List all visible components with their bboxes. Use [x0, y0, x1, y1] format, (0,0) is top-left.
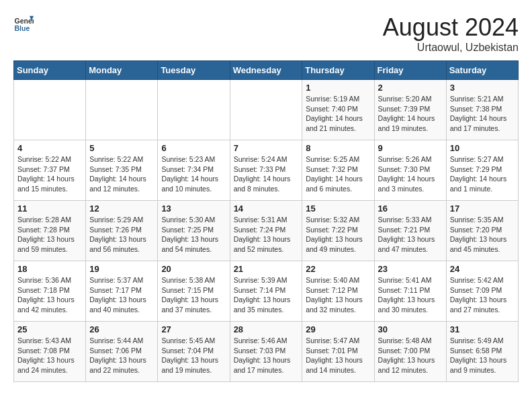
day-info: Sunrise: 5:47 AMSunset: 7:01 PMDaylight:… [306, 336, 370, 375]
week-row-5: 25Sunrise: 5:43 AMSunset: 7:08 PMDayligh… [14, 322, 519, 382]
day-number: 26 [89, 324, 154, 334]
day-info: Sunrise: 5:41 AMSunset: 7:11 PMDaylight:… [378, 275, 443, 315]
header-cell-friday: Friday [374, 61, 446, 80]
title-area: August 2024 Urtaowul, Uzbekistan [383, 13, 519, 54]
day-info: Sunrise: 5:49 AMSunset: 6:58 PMDaylight:… [450, 336, 515, 375]
week-row-2: 4Sunrise: 5:22 AMSunset: 7:37 PMDaylight… [14, 140, 519, 201]
day-number: 31 [450, 324, 515, 334]
day-number: 13 [161, 203, 226, 214]
day-number: 30 [378, 324, 443, 334]
day-number: 16 [378, 203, 443, 214]
day-cell [158, 80, 230, 140]
day-info: Sunrise: 5:46 AMSunset: 7:03 PMDaylight:… [234, 336, 299, 375]
day-cell: 13Sunrise: 5:30 AMSunset: 7:25 PMDayligh… [158, 201, 230, 261]
day-info: Sunrise: 5:39 AMSunset: 7:14 PMDaylight:… [234, 275, 299, 315]
day-info: Sunrise: 5:30 AMSunset: 7:25 PMDaylight:… [161, 215, 226, 255]
svg-text:Blue: Blue [15, 24, 30, 32]
day-cell [230, 80, 302, 140]
day-cell: 9Sunrise: 5:26 AMSunset: 7:30 PMDaylight… [374, 140, 446, 201]
day-info: Sunrise: 5:31 AMSunset: 7:24 PMDaylight:… [234, 215, 299, 255]
day-number: 9 [378, 143, 443, 153]
day-info: Sunrise: 5:36 AMSunset: 7:18 PMDaylight:… [17, 275, 82, 315]
header: General Blue August 2024 Urtaowul, Uzbek… [13, 13, 519, 54]
day-cell: 23Sunrise: 5:41 AMSunset: 7:11 PMDayligh… [374, 261, 446, 322]
day-info: Sunrise: 5:25 AMSunset: 7:32 PMDaylight:… [306, 154, 370, 194]
day-info: Sunrise: 5:42 AMSunset: 7:09 PMDaylight:… [450, 275, 515, 315]
day-cell: 17Sunrise: 5:35 AMSunset: 7:20 PMDayligh… [446, 201, 518, 261]
day-number: 7 [234, 143, 299, 153]
page-subtitle: Urtaowul, Uzbekistan [383, 42, 519, 54]
day-number: 27 [161, 324, 226, 334]
header-cell-wednesday: Wednesday [230, 61, 302, 80]
day-number: 10 [450, 143, 515, 153]
day-cell: 20Sunrise: 5:38 AMSunset: 7:15 PMDayligh… [158, 261, 230, 322]
day-number: 29 [306, 324, 370, 334]
day-number: 21 [234, 264, 299, 274]
day-cell: 27Sunrise: 5:45 AMSunset: 7:04 PMDayligh… [158, 322, 230, 382]
day-info: Sunrise: 5:26 AMSunset: 7:30 PMDaylight:… [378, 154, 443, 194]
day-cell: 1Sunrise: 5:19 AMSunset: 7:40 PMDaylight… [302, 80, 374, 140]
day-number: 24 [450, 264, 515, 274]
day-cell [14, 80, 86, 140]
day-number: 25 [17, 324, 82, 334]
day-cell: 26Sunrise: 5:44 AMSunset: 7:06 PMDayligh… [86, 322, 158, 382]
day-info: Sunrise: 5:23 AMSunset: 7:34 PMDaylight:… [161, 154, 226, 194]
header-row: SundayMondayTuesdayWednesdayThursdayFrid… [14, 61, 519, 80]
day-cell: 4Sunrise: 5:22 AMSunset: 7:37 PMDaylight… [14, 140, 86, 201]
week-row-1: 1Sunrise: 5:19 AMSunset: 7:40 PMDaylight… [14, 80, 519, 140]
day-number: 15 [306, 203, 370, 214]
day-info: Sunrise: 5:45 AMSunset: 7:04 PMDaylight:… [161, 336, 226, 375]
day-cell: 5Sunrise: 5:22 AMSunset: 7:35 PMDaylight… [86, 140, 158, 201]
day-info: Sunrise: 5:27 AMSunset: 7:29 PMDaylight:… [450, 154, 515, 194]
day-number: 19 [89, 264, 154, 274]
day-info: Sunrise: 5:48 AMSunset: 7:00 PMDaylight:… [378, 336, 443, 375]
day-number: 6 [161, 143, 226, 153]
day-cell: 6Sunrise: 5:23 AMSunset: 7:34 PMDaylight… [158, 140, 230, 201]
day-info: Sunrise: 5:35 AMSunset: 7:20 PMDaylight:… [450, 215, 515, 255]
day-cell: 15Sunrise: 5:32 AMSunset: 7:22 PMDayligh… [302, 201, 374, 261]
day-cell: 8Sunrise: 5:25 AMSunset: 7:32 PMDaylight… [302, 140, 374, 201]
day-cell: 31Sunrise: 5:49 AMSunset: 6:58 PMDayligh… [446, 322, 518, 382]
day-number: 18 [17, 264, 82, 274]
day-info: Sunrise: 5:19 AMSunset: 7:40 PMDaylight:… [306, 94, 370, 134]
day-info: Sunrise: 5:33 AMSunset: 7:21 PMDaylight:… [378, 215, 443, 255]
day-cell: 24Sunrise: 5:42 AMSunset: 7:09 PMDayligh… [446, 261, 518, 322]
calendar-header: SundayMondayTuesdayWednesdayThursdayFrid… [14, 61, 519, 80]
day-cell: 21Sunrise: 5:39 AMSunset: 7:14 PMDayligh… [230, 261, 302, 322]
day-info: Sunrise: 5:24 AMSunset: 7:33 PMDaylight:… [234, 154, 299, 194]
day-cell: 2Sunrise: 5:20 AMSunset: 7:39 PMDaylight… [374, 80, 446, 140]
day-cell: 25Sunrise: 5:43 AMSunset: 7:08 PMDayligh… [14, 322, 86, 382]
day-info: Sunrise: 5:32 AMSunset: 7:22 PMDaylight:… [306, 215, 370, 255]
day-info: Sunrise: 5:21 AMSunset: 7:38 PMDaylight:… [450, 94, 515, 134]
day-number: 20 [161, 264, 226, 274]
day-cell: 28Sunrise: 5:46 AMSunset: 7:03 PMDayligh… [230, 322, 302, 382]
day-cell: 19Sunrise: 5:37 AMSunset: 7:17 PMDayligh… [86, 261, 158, 322]
header-cell-sunday: Sunday [14, 61, 86, 80]
day-number: 11 [17, 203, 82, 214]
day-number: 23 [378, 264, 443, 274]
page-title: August 2024 [383, 13, 519, 42]
day-info: Sunrise: 5:28 AMSunset: 7:28 PMDaylight:… [17, 215, 82, 255]
day-number: 2 [378, 83, 443, 93]
header-cell-thursday: Thursday [302, 61, 374, 80]
day-cell: 16Sunrise: 5:33 AMSunset: 7:21 PMDayligh… [374, 201, 446, 261]
day-cell: 10Sunrise: 5:27 AMSunset: 7:29 PMDayligh… [446, 140, 518, 201]
day-cell: 29Sunrise: 5:47 AMSunset: 7:01 PMDayligh… [302, 322, 374, 382]
day-info: Sunrise: 5:43 AMSunset: 7:08 PMDaylight:… [17, 336, 82, 375]
header-cell-monday: Monday [86, 61, 158, 80]
day-info: Sunrise: 5:44 AMSunset: 7:06 PMDaylight:… [89, 336, 154, 375]
week-row-3: 11Sunrise: 5:28 AMSunset: 7:28 PMDayligh… [14, 201, 519, 261]
header-cell-tuesday: Tuesday [158, 61, 230, 80]
day-cell: 7Sunrise: 5:24 AMSunset: 7:33 PMDaylight… [230, 140, 302, 201]
day-info: Sunrise: 5:20 AMSunset: 7:39 PMDaylight:… [378, 94, 443, 134]
day-cell: 14Sunrise: 5:31 AMSunset: 7:24 PMDayligh… [230, 201, 302, 261]
day-cell: 18Sunrise: 5:36 AMSunset: 7:18 PMDayligh… [14, 261, 86, 322]
day-info: Sunrise: 5:38 AMSunset: 7:15 PMDaylight:… [161, 275, 226, 315]
calendar-body: 1Sunrise: 5:19 AMSunset: 7:40 PMDaylight… [14, 80, 519, 382]
header-cell-saturday: Saturday [446, 61, 518, 80]
day-number: 4 [17, 143, 82, 153]
day-number: 14 [234, 203, 299, 214]
logo: General Blue [13, 13, 34, 34]
day-cell: 30Sunrise: 5:48 AMSunset: 7:00 PMDayligh… [374, 322, 446, 382]
day-number: 28 [234, 324, 299, 334]
